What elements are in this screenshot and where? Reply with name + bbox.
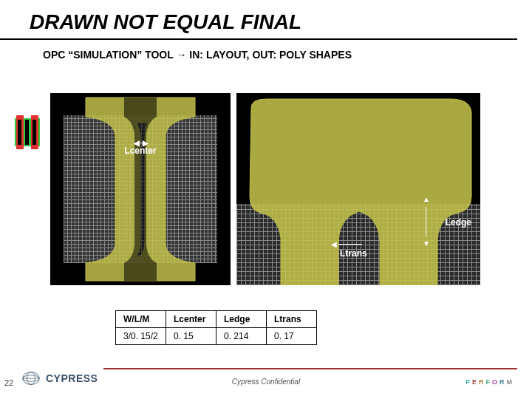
table-cell: 0. 214 — [216, 328, 267, 345]
poly-shape-left — [50, 93, 231, 285]
ledge-dimension-arrow — [423, 204, 430, 239]
table-header: W/L/M — [116, 311, 166, 328]
confidential-text: Cypress Confidential — [0, 378, 532, 386]
table-cell: 0. 15 — [166, 328, 216, 345]
layout-icon — [10, 115, 44, 149]
simulation-image-left: ◀─▶ Lcenter — [50, 93, 231, 285]
label-ledge: Ledge — [446, 217, 471, 228]
table-cell: 3/0. 15/2 — [116, 328, 166, 345]
perform-wordmark: PERFORM — [466, 378, 514, 386]
data-table: W/L/M Lcenter Ledge Ltrans 3/0. 15/2 0. … — [115, 310, 317, 345]
table-row: 3/0. 15/2 0. 15 0. 214 0. 17 — [116, 328, 317, 345]
table-cell: 0. 17 — [267, 328, 317, 345]
content-area: ◀─▶ Lcenter Ledge Ltrans — [10, 93, 517, 300]
ltrans-dimension-arrow — [335, 241, 365, 248]
footer-rule — [103, 368, 517, 369]
label-ltrans: Ltrans — [340, 248, 367, 259]
label-lcenter: ◀─▶ Lcenter — [124, 139, 156, 156]
table-header: Ltrans — [267, 311, 317, 328]
simulation-image-right: Ledge Ltrans — [236, 93, 480, 285]
slide-title: DRAWN NOT EQUAL FINAL — [0, 0, 532, 38]
table-header-row: W/L/M Lcenter Ledge Ltrans — [116, 311, 317, 328]
table-header: Ledge — [216, 311, 267, 328]
table-header: Lcenter — [166, 311, 216, 328]
slide-subtitle: OPC “SIMULATION” TOOL → IN: LAYOUT, OUT:… — [0, 40, 532, 61]
